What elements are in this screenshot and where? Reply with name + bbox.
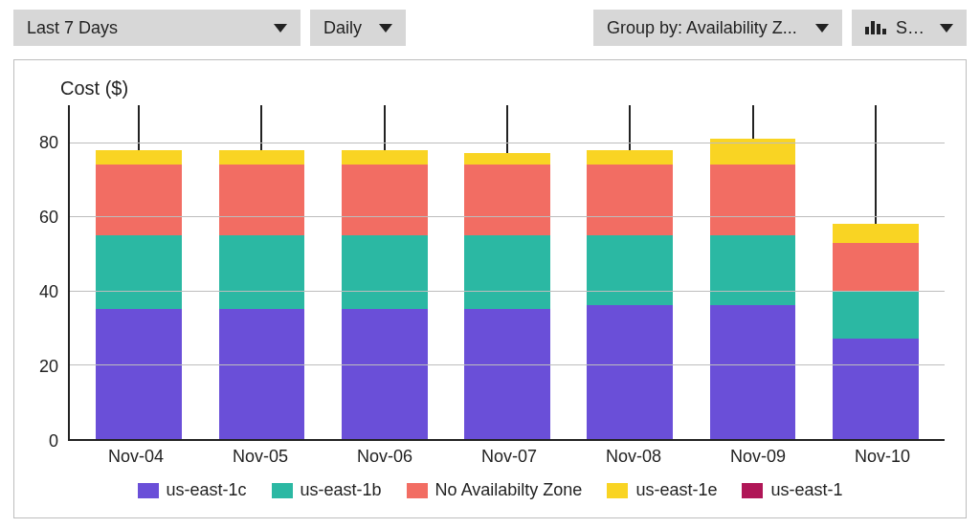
- chart-grid-line: [70, 216, 945, 217]
- chart-legend-swatch: [407, 483, 428, 498]
- chart-grid-line: [70, 291, 945, 292]
- chart-legend-label: us-east-1c: [167, 480, 247, 500]
- chart-bar-segment: [96, 165, 182, 235]
- chart-bar-segment: [710, 235, 796, 306]
- chart-y-tick: 80: [39, 133, 58, 153]
- chart-bar: [587, 105, 673, 439]
- chart-bar-segment: [342, 150, 428, 165]
- chart-bar-slot: [78, 105, 200, 439]
- chart-legend-label: us-east-1e: [635, 480, 717, 500]
- chart-legend-label: us-east-1: [770, 480, 842, 500]
- chart-legend-label: us-east-1b: [301, 480, 382, 500]
- chart-bar-slot: [691, 105, 813, 439]
- chart-legend-item: us-east-1: [742, 480, 842, 500]
- chart-y-tick: 40: [39, 282, 58, 302]
- chart-legend-swatch: [138, 483, 159, 498]
- chart-legend-swatch: [607, 483, 628, 498]
- chart-x-tick: Nov-05: [198, 447, 323, 467]
- chart-bar-slot: [814, 105, 937, 439]
- chart-legend-item: us-east-1c: [138, 480, 247, 500]
- chart-grid-line: [70, 364, 945, 365]
- granularity-dropdown[interactable]: Daily: [310, 10, 406, 46]
- chart-y-tick: 60: [39, 208, 58, 228]
- chart-y-tick: 20: [39, 357, 58, 377]
- chart-bar: [342, 105, 428, 439]
- display-mode-dropdown[interactable]: Stack: [852, 10, 967, 46]
- chart-bar: [219, 105, 305, 439]
- group-by-dropdown[interactable]: Group by: Availability Z...: [593, 10, 842, 46]
- chart-grid-line: [70, 143, 945, 143]
- chart-bar-segment: [219, 309, 305, 439]
- chart-toolbar: Last 7 Days Daily Group by: Availability…: [13, 10, 967, 46]
- chart-legend-item: us-east-1b: [272, 480, 382, 500]
- chart-x-tick: Nov-10: [820, 447, 945, 467]
- chart-bar-segment: [219, 235, 305, 310]
- chart-bar-slot: [200, 105, 323, 439]
- chart-bar-slot: [446, 105, 568, 439]
- chevron-down-icon: [940, 24, 953, 33]
- chart-bar-segment: [587, 150, 673, 165]
- chart-bar-segment: [464, 309, 550, 439]
- chart-bar-segment: [464, 165, 550, 235]
- granularity-label: Daily: [323, 18, 362, 38]
- chart-bar-segment: [464, 153, 550, 165]
- chart-legend-item: No Availabilty Zone: [407, 480, 583, 500]
- chart-bar: [96, 105, 182, 439]
- chart-bar-segment: [342, 309, 428, 439]
- chart-bar-segment: [342, 165, 428, 235]
- chart-plot-area: [68, 105, 945, 441]
- chart-bar-segment: [587, 165, 673, 235]
- chart-y-axis: 806040200: [35, 105, 68, 441]
- chart-bar-segment: [833, 291, 919, 339]
- chart-bars: [70, 105, 945, 439]
- chart-bar-segment: [587, 305, 673, 439]
- chart-y-axis-title: Cost ($): [60, 77, 945, 99]
- chart-x-tick: Nov-08: [571, 447, 696, 467]
- chart-bar-segment: [587, 235, 673, 306]
- chart-bar-segment: [96, 150, 182, 165]
- chart-bar-segment: [219, 150, 305, 165]
- chart-x-tick: Nov-06: [323, 447, 447, 467]
- chart-bar-segment: [710, 305, 796, 439]
- time-range-dropdown[interactable]: Last 7 Days: [13, 10, 301, 46]
- chart-x-axis: Nov-04Nov-05Nov-06Nov-07Nov-08Nov-09Nov-…: [74, 441, 945, 467]
- chart-bar: [833, 105, 919, 439]
- chart-bar-segment: [342, 235, 428, 310]
- chart-bar-segment: [833, 224, 919, 242]
- chart-bar: [464, 105, 550, 439]
- chart-legend-label: No Availabilty Zone: [435, 480, 583, 500]
- chevron-down-icon: [274, 24, 287, 33]
- chart-x-tick: Nov-09: [696, 447, 820, 467]
- chart-bar-segment: [833, 243, 919, 291]
- chart-bar-segment: [96, 235, 182, 310]
- stacked-bar-icon: [865, 21, 886, 34]
- chart-bar-segment: [219, 165, 305, 235]
- display-mode-label: Stack: [896, 18, 926, 38]
- chart-legend-swatch: [742, 483, 763, 498]
- chart-legend: us-east-1cus-east-1bNo Availabilty Zoneu…: [35, 480, 945, 500]
- chart-x-tick: Nov-07: [447, 447, 571, 467]
- chart-bar-segment: [833, 339, 919, 439]
- chevron-down-icon: [815, 24, 829, 33]
- chart-bar-slot: [568, 105, 691, 439]
- chart-y-tick: 0: [49, 431, 58, 451]
- chart-bar-segment: [464, 235, 550, 310]
- chart-container: Cost ($) 806040200 Nov-04Nov-05Nov-06Nov…: [13, 59, 967, 518]
- chart-legend-swatch: [272, 483, 293, 498]
- chart-x-tick: Nov-04: [74, 447, 198, 467]
- chart-bar-segment: [96, 309, 182, 439]
- chart-legend-item: us-east-1e: [607, 480, 717, 500]
- chart-bar-segment: [710, 165, 796, 235]
- time-range-label: Last 7 Days: [27, 18, 118, 38]
- chart-bar-slot: [323, 105, 446, 439]
- chart-bar: [710, 105, 796, 439]
- chevron-down-icon: [379, 24, 392, 33]
- group-by-label: Group by: Availability Z...: [607, 18, 797, 38]
